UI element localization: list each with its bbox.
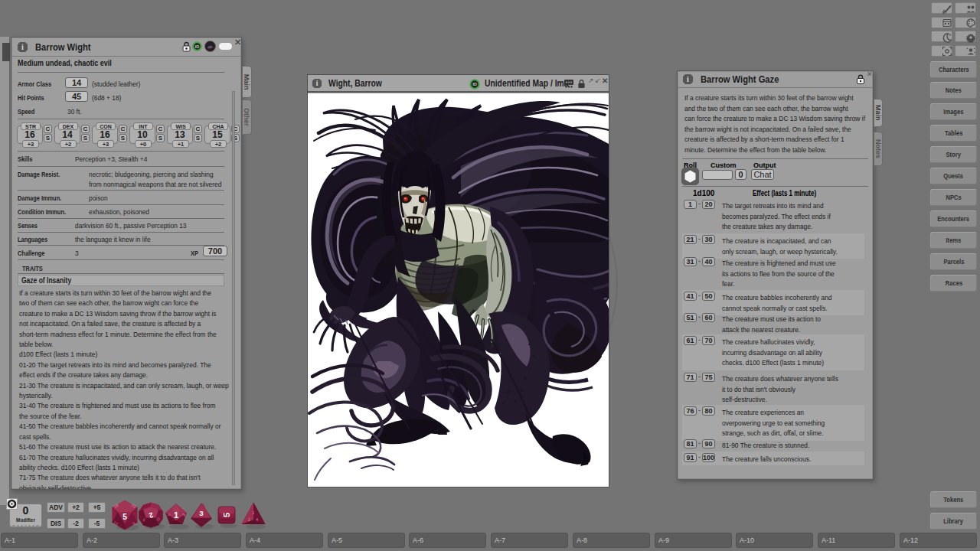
- svg-text:4: 4: [256, 517, 258, 522]
- svg-text:2: 2: [248, 517, 250, 522]
- svg-text:1: 1: [174, 510, 178, 520]
- svg-text:i: i: [316, 80, 318, 87]
- svg-text:ID: ID: [472, 82, 477, 86]
- svg-text:1: 1: [253, 510, 255, 515]
- svg-text:i: i: [21, 43, 24, 51]
- svg-text:i: i: [687, 75, 689, 83]
- svg-text:3: 3: [199, 509, 204, 517]
- svg-text:ID: ID: [195, 44, 200, 49]
- svg-text:5: 5: [222, 513, 231, 517]
- svg-text:5: 5: [122, 513, 127, 521]
